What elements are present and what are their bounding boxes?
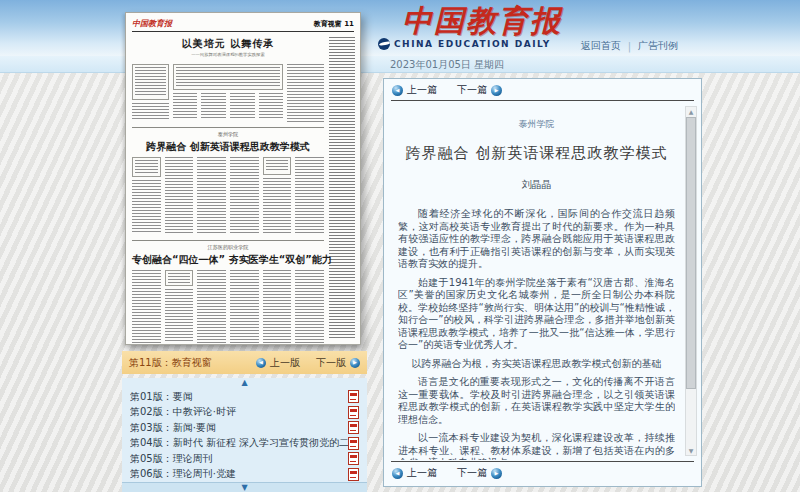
site-logo: 中国教育报 [402, 1, 562, 42]
pdf-icon[interactable] [348, 406, 359, 419]
pdf-icon[interactable] [348, 468, 359, 481]
paper-article-2-headline[interactable]: 跨界融合 创新英语课程思政教学模式 [132, 140, 324, 154]
article-organization: 泰州学院 [398, 118, 675, 131]
link-separator: | [628, 41, 631, 52]
paper-article-1-subtitle: ——民族舞蹈表演课程的教学实践探索 [159, 52, 297, 58]
down-triangle-icon: ▼ [241, 483, 247, 492]
pdf-icon[interactable] [348, 390, 359, 403]
prev-article-icon[interactable]: ◀ [392, 85, 403, 96]
prev-edition-button[interactable]: 上一版 [270, 356, 300, 370]
paper-article-3: 江苏医药职业学院 专创融合“四位一体” 夯实医学生“双创”能力 [132, 243, 324, 344]
edition-list: ▲ 第01版：要闻 第02版：中教评论·时评 第03版：新闻·要闻 第04版：新… [122, 378, 367, 492]
edition-list-item[interactable]: 第02版：中教评论·时评 [122, 405, 367, 421]
scrollbar-up-icon[interactable]: ▲ [686, 108, 696, 115]
link-ads[interactable]: 广告刊例 [638, 39, 678, 53]
edition-list-item[interactable]: 第05版：理论周刊 [122, 451, 367, 467]
scrollbar-down-icon[interactable]: ▼ [686, 447, 696, 454]
article-title: 跨界融合 创新英语课程思政教学模式 [398, 144, 675, 163]
paper-masthead-title: 中国教育报 [132, 18, 172, 29]
prev-edition-icon[interactable]: ◀ [256, 358, 266, 368]
scroll-down-strip[interactable]: ▼ [122, 482, 367, 492]
next-article-icon[interactable]: ▶ [491, 85, 502, 96]
pdf-icon[interactable] [348, 421, 359, 434]
article-scrollbar[interactable]: ▲ ▼ [685, 106, 697, 456]
prev-article-icon[interactable]: ◀ [392, 468, 403, 479]
pdf-icon[interactable] [348, 452, 359, 465]
paper-right-column-text [329, 37, 355, 338]
article-author: 刘晶晶 [398, 178, 675, 192]
next-article-button[interactable]: 下一篇 [457, 466, 487, 480]
edition-list-item[interactable]: 第01版：要闻 [122, 389, 367, 405]
paper-article-2-pretitle: 泰州学院 [146, 131, 309, 139]
article-paragraph: 始建于1941年的泰州学院坐落于素有“汉唐古郡、淮海名区”美誉的国家历史文化名城… [398, 277, 675, 352]
paper-article-1-headline[interactable]: 以美培元 以舞传承 [132, 37, 324, 51]
article-nav-bottom: ◀ 上一篇 下一篇 ▶ [384, 462, 510, 483]
newspaper-page-preview[interactable]: 中国教育报 教育视窗 11 以美培元 以舞传承 ——民族舞蹈表演课程的教学实践探… [125, 12, 361, 345]
divider-line [391, 100, 694, 101]
article-paragraph: 语言是文化的重要表现形式之一，文化的传播离不开语言这一重要载体。学校及时引进跨界… [398, 376, 675, 426]
paper-article-2: 泰州学院 跨界融合 创新英语课程思政教学模式 [132, 130, 324, 235]
link-home[interactable]: 返回首页 [581, 39, 621, 53]
edition-item-label: 第05版：理论周刊 [130, 452, 348, 466]
date-bar: 2023年01月05日 星期四 [0, 56, 800, 73]
paper-text-column [173, 64, 283, 122]
edition-item-label: 第06版：理论周刊·党建 [130, 467, 348, 481]
edition-list-item[interactable]: 第03版：新闻·要闻 [122, 420, 367, 436]
paper-text-column [287, 64, 324, 122]
scroll-up-strip[interactable]: ▲ [122, 378, 367, 389]
article-content: 泰州学院 跨界融合 创新英语课程思政教学模式 刘晶晶 随着经济全球化的不断深化，… [398, 103, 675, 460]
article-paragraph: 随着经济全球化的不断深化，国际间的合作交流日趋频繁，这对高校英语专业教育提出了时… [398, 208, 675, 271]
paper-masthead: 中国教育报 教育视窗 11 [132, 17, 354, 32]
paper-divider [132, 127, 324, 128]
current-edition-label: 第11版：教育视窗 [129, 356, 252, 370]
site-logo-english: CHINA EDUCATION DAILY [394, 39, 551, 49]
edition-item-label: 第04版：新时代 新征程 深入学习宣传贯彻党的二十大精神专刊 [130, 436, 348, 450]
paper-text-column [132, 157, 161, 235]
paper-page-label: 教育视窗 11 [314, 19, 354, 29]
pdf-icon[interactable] [348, 437, 359, 450]
paper-text-column [132, 64, 169, 122]
prev-article-button[interactable]: 上一篇 [407, 83, 437, 97]
edition-navigator: 第11版：教育视窗 ◀ 上一版 下一版 ▶ ▲ 第01版：要闻 第02版：中教评… [122, 351, 367, 492]
edition-list-item[interactable]: 第04版：新时代 新征程 深入学习宣传贯彻党的二十大精神专刊 [122, 436, 367, 452]
next-edition-icon[interactable]: ▶ [350, 358, 360, 368]
article-reader-panel: ◀ 上一篇 下一篇 ▶ 泰州学院 跨界融合 创新英语课程思政教学模式 刘晶晶 随… [383, 78, 702, 487]
edition-list-item[interactable]: 第06版：理论周刊·党建 [122, 467, 367, 483]
paper-article-3-pretitle: 江苏医药职业学院 [146, 244, 309, 252]
next-article-button[interactable]: 下一篇 [457, 83, 487, 97]
edition-item-label: 第01版：要闻 [130, 390, 348, 404]
edition-header-bar: 第11版：教育视窗 ◀ 上一版 下一版 ▶ [122, 351, 367, 374]
header-links: 返回首页 | 广告刊例 [581, 39, 678, 53]
scrollbar-thumb[interactable] [686, 117, 696, 389]
article-paragraph: 以一流本科专业建设为契机，深化课程建设改革，持续推进本科专业、课程、教材体系建设… [398, 432, 675, 460]
next-edition-button[interactable]: 下一版 [316, 356, 346, 370]
prev-article-button[interactable]: 上一篇 [407, 466, 437, 480]
edition-item-label: 第03版：新闻·要闻 [130, 421, 348, 435]
paper-text-column [165, 270, 194, 344]
globe-icon [378, 38, 390, 50]
paper-article-3-headline[interactable]: 专创融合“四位一体” 夯实医学生“双创”能力 [132, 253, 324, 267]
up-triangle-icon: ▲ [241, 378, 247, 387]
paper-divider [132, 240, 324, 241]
next-article-icon[interactable]: ▶ [491, 468, 502, 479]
article-paragraph: 以跨界融合为根，夯实英语课程思政教学模式创新的基础 [398, 358, 675, 371]
paper-text-column [263, 157, 292, 235]
edition-item-label: 第02版：中教评论·时评 [130, 405, 348, 419]
paper-article-1: 以美培元 以舞传承 ——民族舞蹈表演课程的教学实践探索 [132, 37, 324, 122]
article-nav-top: ◀ 上一篇 下一篇 ▶ [384, 79, 701, 100]
